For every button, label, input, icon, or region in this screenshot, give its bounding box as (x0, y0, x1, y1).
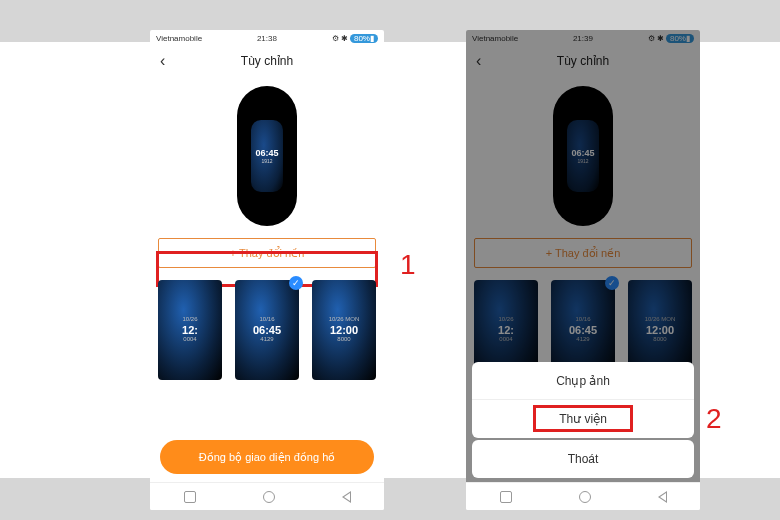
sheet-cancel-label: Thoát (568, 452, 599, 466)
status-bar: Vietnamobile 21:38 ⚙ ✱ 80% ▮ (150, 30, 384, 46)
battery-pill: 80% ▮ (350, 34, 378, 43)
band-time: 06:45 (255, 148, 278, 158)
thumb-time: 12:00 (330, 324, 358, 336)
watchface-thumb[interactable]: ✓ 10/16 06:45 4129 (235, 280, 299, 380)
sheet-gallery-option[interactable]: Thư viện (472, 400, 694, 438)
page-header: ‹ Tùy chỉnh (150, 46, 384, 76)
thumb-foot: 8000 (337, 336, 350, 342)
annotation-1-outer: 1 (400, 249, 416, 281)
nav-back-icon[interactable] (658, 491, 667, 503)
thumb-foot: 0004 (183, 336, 196, 342)
sheet-camera-option[interactable]: Chụp ảnh (472, 362, 694, 400)
battery-pct: 80% (354, 34, 370, 43)
sheet-cancel-option[interactable]: Thoát (472, 440, 694, 478)
sheet-camera-label: Chụp ảnh (556, 374, 610, 388)
nav-home-icon[interactable] (579, 491, 591, 503)
nav-recent-icon[interactable] (500, 491, 512, 503)
band-body: 06:45 1912 (237, 86, 297, 226)
highlight-box-2 (533, 405, 633, 432)
action-sheet: Chụp ảnh Thư viện (472, 362, 694, 438)
bluetooth-icon: ⚙ ✱ (332, 34, 348, 43)
band-screen: 06:45 1912 (251, 120, 283, 192)
back-button[interactable]: ‹ (160, 52, 165, 70)
check-icon: ✓ (289, 276, 303, 290)
system-nav-bar (150, 482, 384, 510)
thumb-time: 12: (182, 324, 198, 336)
watchface-thumbs: 10/26 12: 0004 ✓ 10/16 06:45 4129 10/26 … (150, 280, 384, 380)
phone-right: Vietnamobile 21:39 ⚙ ✱ 80% ▮ ‹ Tùy chỉnh… (466, 30, 700, 510)
nav-home-icon[interactable] (263, 491, 275, 503)
action-sheet-cancel: Thoát (472, 440, 694, 478)
page-title: Tùy chỉnh (241, 54, 293, 68)
sync-label: Đồng bộ giao diện đồng hồ (199, 451, 336, 464)
thumb-foot: 4129 (260, 336, 273, 342)
sync-watchface-button[interactable]: Đồng bộ giao diện đồng hồ (160, 440, 374, 474)
thumb-date: 10/16 (259, 316, 274, 322)
carrier-label: Vietnamobile (156, 34, 202, 43)
watchface-thumb[interactable]: 10/26 MON 12:00 8000 (312, 280, 376, 380)
thumb-date: 10/26 MON (329, 316, 360, 322)
phones-row: Vietnamobile 21:38 ⚙ ✱ 80% ▮ ‹ Tùy chỉnh… (0, 30, 780, 520)
band-sub: 1912 (261, 158, 272, 164)
status-right: ⚙ ✱ 80% ▮ (332, 34, 378, 43)
nav-recent-icon[interactable] (184, 491, 196, 503)
annotation-2: 2 (706, 403, 722, 435)
nav-back-icon[interactable] (342, 491, 351, 503)
thumb-date: 10/26 (182, 316, 197, 322)
band-preview: 06:45 1912 (150, 86, 384, 226)
status-time: 21:38 (257, 34, 277, 43)
thumb-time: 06:45 (253, 324, 281, 336)
watchface-thumb[interactable]: 10/26 12: 0004 (158, 280, 222, 380)
phone-left: Vietnamobile 21:38 ⚙ ✱ 80% ▮ ‹ Tùy chỉnh… (150, 30, 384, 510)
system-nav-bar (466, 482, 700, 510)
